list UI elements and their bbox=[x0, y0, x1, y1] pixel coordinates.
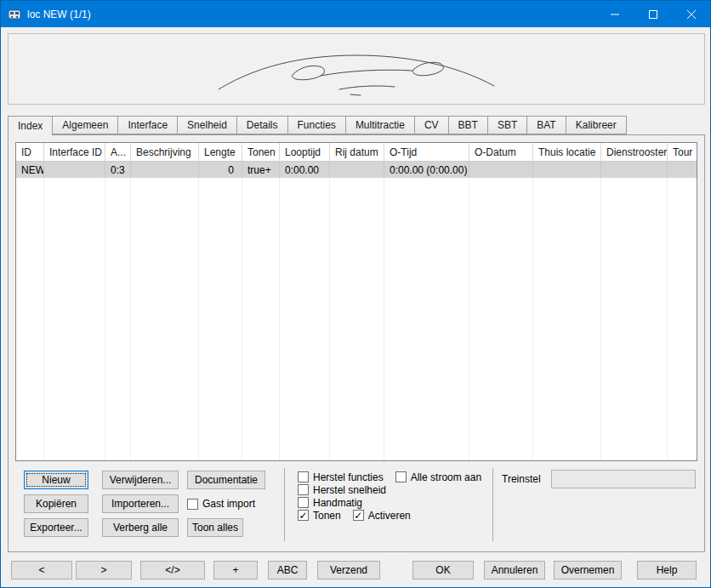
cell-adres: 0:3 bbox=[105, 162, 131, 178]
app-icon bbox=[8, 8, 21, 21]
column-header-o-datum[interactable]: O-Datum bbox=[469, 143, 533, 161]
cell-id: NEW bbox=[16, 162, 44, 178]
exporteer-button[interactable]: Exporteer... bbox=[24, 518, 88, 537]
minimize-button[interactable] bbox=[595, 1, 634, 27]
handmatig-label: Handmatig bbox=[313, 497, 362, 509]
help-button[interactable]: Help bbox=[637, 561, 697, 579]
vertical-divider bbox=[492, 468, 493, 541]
tab-details[interactable]: Details bbox=[237, 116, 288, 134]
prev-loc-button[interactable]: < bbox=[11, 561, 72, 579]
cell-tonen: true+ bbox=[242, 162, 280, 178]
plus-button[interactable]: + bbox=[213, 561, 258, 579]
nieuw-button[interactable]: Nieuw bbox=[24, 471, 88, 489]
herstel-snelheid-checkbox[interactable] bbox=[298, 484, 309, 495]
column-header-tonen[interactable]: Tonen bbox=[242, 143, 280, 161]
tab-multitractie[interactable]: Multitractie bbox=[346, 116, 415, 134]
verberg-alle-button[interactable]: Verberg alle bbox=[102, 518, 179, 537]
tab-strip: Index Algemeen Interface Snelheid Detail… bbox=[8, 116, 627, 135]
cell-looptijd: 0:00.00 bbox=[280, 162, 330, 178]
column-header-tour[interactable]: Tour bbox=[668, 143, 697, 161]
index-tab-page: ID Interface ID A... Beschrijving Lengte… bbox=[8, 134, 705, 552]
alle-stroom-aan-checkbox[interactable] bbox=[395, 471, 407, 482]
herstel-snelheid-label: Herstel snelheid bbox=[313, 484, 386, 496]
tab-algemeen[interactable]: Algemeen bbox=[53, 116, 118, 134]
cell-beschrijving bbox=[131, 162, 199, 178]
column-header-id[interactable]: ID bbox=[16, 143, 44, 161]
list-action-buttons: Nieuw Verwijderen... Documentatie Kopiër… bbox=[24, 471, 272, 542]
treinstel-label: Treinstel bbox=[502, 473, 541, 485]
table-empty-area bbox=[16, 178, 697, 460]
cell-lengte: 0 bbox=[199, 162, 242, 178]
kopieren-button[interactable]: Kopiëren bbox=[24, 494, 88, 513]
gast-import-label: Gast import bbox=[202, 498, 255, 510]
tab-bat[interactable]: BAT bbox=[527, 116, 566, 134]
column-header-interface-id[interactable]: Interface ID bbox=[44, 143, 105, 161]
loc-dialog-window: loc NEW (1/1) Index Algemeen Inter bbox=[0, 0, 711, 588]
abc-button[interactable]: ABC bbox=[268, 561, 307, 579]
overnemen-button[interactable]: Overnemen bbox=[554, 561, 622, 579]
tonen-label: Tonen bbox=[313, 510, 341, 522]
cell-o-tijd: 0:00.00 (0:00.00) bbox=[384, 162, 469, 178]
vertical-divider bbox=[284, 468, 285, 541]
herstel-functies-checkbox[interactable] bbox=[298, 471, 309, 482]
column-header-o-tijd[interactable]: O-Tijd bbox=[384, 143, 469, 161]
verzend-button[interactable]: Verzend bbox=[317, 561, 380, 579]
alle-stroom-aan-label: Alle stroom aan bbox=[411, 471, 481, 483]
documentatie-button[interactable]: Documentatie bbox=[187, 471, 265, 489]
cell-rij-datum bbox=[330, 162, 384, 178]
treinstel-input[interactable] bbox=[551, 470, 696, 488]
maximize-button[interactable] bbox=[634, 1, 672, 27]
column-header-adres[interactable]: A... bbox=[105, 143, 131, 161]
titlebar: loc NEW (1/1) bbox=[1, 1, 710, 27]
cell-dienstrooster bbox=[601, 162, 668, 178]
verwijderen-button[interactable]: Verwijderen... bbox=[102, 471, 179, 489]
locomotive-sketch bbox=[212, 37, 501, 101]
close-button[interactable] bbox=[672, 1, 710, 27]
tab-functies[interactable]: Functies bbox=[288, 116, 346, 134]
table-header-row: ID Interface ID A... Beschrijving Lengte… bbox=[16, 143, 697, 162]
cell-tour bbox=[668, 162, 697, 178]
tab-cv[interactable]: CV bbox=[415, 116, 449, 134]
window-title: loc NEW (1/1) bbox=[27, 9, 91, 20]
herstel-functies-label: Herstel functies bbox=[313, 471, 384, 483]
xml-button[interactable]: </> bbox=[140, 561, 205, 579]
locomotive-preview-panel bbox=[8, 33, 705, 105]
tab-snelheid[interactable]: Snelheid bbox=[178, 116, 237, 134]
tab-kalibreer[interactable]: Kalibreer bbox=[566, 116, 627, 134]
option-checkboxes: Herstel functies Alle stroom aan Herstel… bbox=[298, 471, 481, 522]
column-header-lengte[interactable]: Lengte bbox=[199, 143, 242, 161]
loc-table: ID Interface ID A... Beschrijving Lengte… bbox=[15, 142, 697, 461]
cell-thuis-locatie bbox=[533, 162, 601, 178]
annuleren-button[interactable]: Annuleren bbox=[484, 561, 545, 579]
ok-button[interactable]: OK bbox=[412, 561, 474, 579]
activeren-label: Activeren bbox=[368, 510, 411, 522]
tab-sbt[interactable]: SBT bbox=[488, 116, 527, 134]
column-header-beschrijving[interactable]: Beschrijving bbox=[131, 143, 199, 161]
toon-alles-button[interactable]: Toon alles bbox=[187, 518, 243, 537]
table-row[interactable]: NEW 0:3 0 true+ 0:00.00 0:00.00 (0:00.00… bbox=[16, 162, 697, 178]
column-header-rij-datum[interactable]: Rij datum bbox=[330, 143, 384, 161]
tab-index[interactable]: Index bbox=[8, 116, 53, 135]
activeren-checkbox[interactable] bbox=[353, 510, 364, 521]
tonen-checkbox[interactable] bbox=[298, 510, 309, 521]
cell-o-datum bbox=[469, 162, 533, 178]
column-header-dienstrooster[interactable]: Dienstrooster bbox=[601, 143, 668, 161]
footer-button-bar: < > </> + ABC Verzend OK Annuleren Overn… bbox=[1, 552, 710, 587]
handmatig-checkbox[interactable] bbox=[298, 497, 309, 508]
next-loc-button[interactable]: > bbox=[76, 561, 132, 579]
column-header-thuis-locatie[interactable]: Thuis locatie bbox=[533, 143, 601, 161]
tab-bbt[interactable]: BBT bbox=[449, 116, 488, 134]
controls-area: Nieuw Verwijderen... Documentatie Kopiër… bbox=[15, 465, 697, 546]
column-header-looptijd[interactable]: Looptijd bbox=[280, 143, 330, 161]
tab-interface[interactable]: Interface bbox=[118, 116, 178, 134]
importeren-button[interactable]: Importeren... bbox=[102, 494, 179, 513]
gast-import-checkbox[interactable] bbox=[187, 499, 198, 510]
cell-interface-id bbox=[44, 162, 105, 178]
